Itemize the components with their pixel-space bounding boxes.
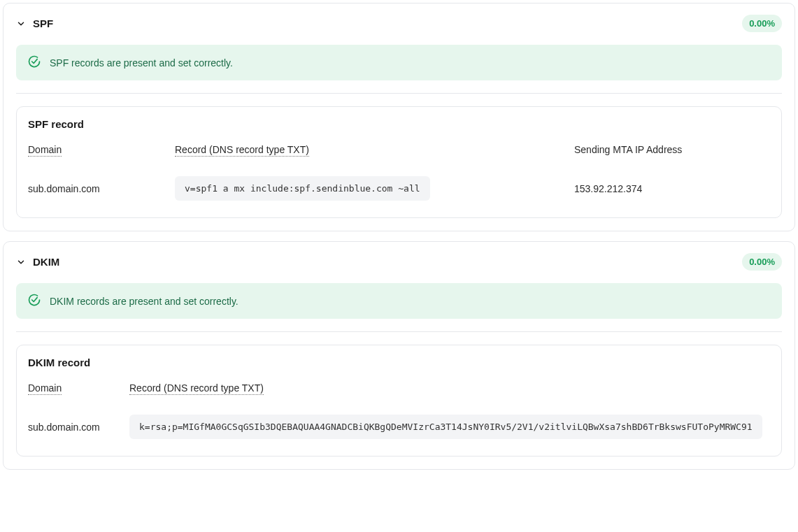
check-circle-icon	[27, 55, 41, 71]
dkim-alert-text: DKIM records are present and set correct…	[50, 296, 238, 307]
divider	[16, 93, 782, 94]
dkim-table: DKIM record Domain Record (DNS record ty…	[28, 357, 782, 443]
dkim-badge: 0.00%	[742, 253, 782, 271]
dkim-alert: DKIM records are present and set correct…	[16, 283, 782, 319]
spf-title: SPF	[33, 17, 53, 29]
spf-record-card: SPF record Domain Record (DNS record typ…	[16, 106, 782, 218]
spf-col-record: Record (DNS record type TXT)	[175, 144, 574, 172]
spf-record-value[interactable]: v=spf1 a mx include:spf.sendinblue.com ~…	[175, 176, 430, 201]
spf-panel-header[interactable]: SPF 0.00%	[16, 15, 782, 32]
dkim-title-row: DKIM record	[28, 357, 782, 382]
spf-header-left: SPF	[16, 17, 53, 29]
spf-col-ip: Sending MTA IP Address	[574, 144, 770, 172]
dkim-record-card[interactable]: DKIM record Domain Record (DNS record ty…	[16, 345, 782, 456]
dkim-header-left: DKIM	[16, 256, 59, 268]
dkim-col-domain: Domain	[28, 382, 129, 410]
dkim-title: DKIM	[33, 256, 59, 268]
spf-alert: SPF records are present and set correctl…	[16, 45, 782, 80]
spf-record-cell: v=spf1 a mx include:spf.sendinblue.com ~…	[175, 172, 574, 205]
spf-alert-text: SPF records are present and set correctl…	[50, 57, 233, 69]
dkim-panel: DKIM 0.00% DKIM records are present and …	[3, 241, 795, 470]
spf-badge: 0.00%	[742, 15, 782, 32]
dkim-record-cell: k=rsa;p=MIGfMA0GCSqGSIb3DQEBAQUAA4GNADCB…	[129, 410, 782, 443]
spf-card-title: SPF record	[28, 118, 770, 130]
divider	[16, 331, 782, 332]
dkim-panel-header[interactable]: DKIM 0.00%	[16, 253, 782, 271]
dkim-card-title: DKIM record	[28, 357, 129, 382]
chevron-down-icon	[16, 257, 26, 267]
check-circle-icon	[27, 293, 41, 309]
dkim-col-record: Record (DNS record type TXT)	[129, 382, 782, 410]
spf-table: Domain Record (DNS record type TXT) Send…	[28, 144, 770, 205]
dkim-table-header: Domain Record (DNS record type TXT)	[28, 382, 782, 410]
dkim-record-value[interactable]: k=rsa;p=MIGfMA0GCSqGSIb3DQEBAQUAA4GNADCB…	[129, 415, 762, 439]
spf-table-header: Domain Record (DNS record type TXT) Send…	[28, 144, 770, 172]
chevron-down-icon	[16, 19, 26, 29]
spf-panel: SPF 0.00% SPF records are present and se…	[3, 3, 795, 231]
dkim-domain-value: sub.domain.com	[28, 410, 129, 443]
spf-ip-value: 153.92.212.374	[574, 172, 770, 205]
spf-col-domain: Domain	[28, 144, 175, 172]
spf-table-row: sub.domain.com v=spf1 a mx include:spf.s…	[28, 172, 770, 205]
spf-domain-value: sub.domain.com	[28, 172, 175, 205]
dkim-table-row: sub.domain.com k=rsa;p=MIGfMA0GCSqGSIb3D…	[28, 410, 782, 443]
